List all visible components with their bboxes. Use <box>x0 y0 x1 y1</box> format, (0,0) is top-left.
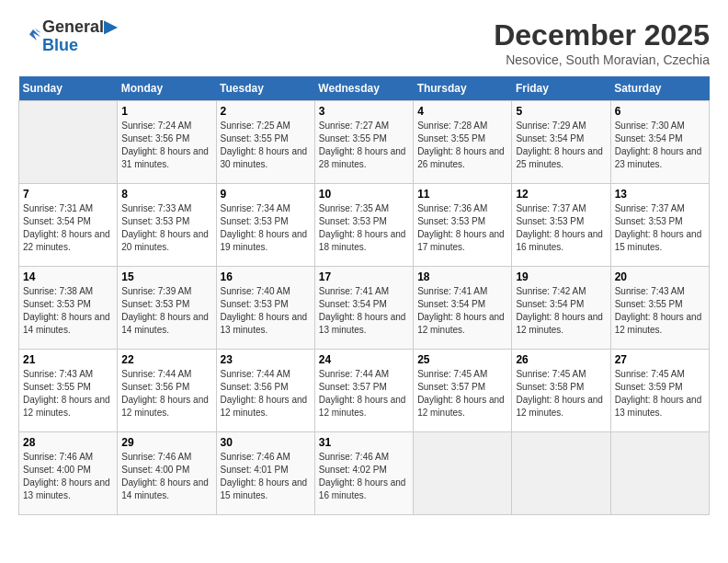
day-info: Sunrise: 7:41 AM Sunset: 3:54 PM Dayligh… <box>417 285 507 337</box>
calendar-cell: 25 Sunrise: 7:45 AM Sunset: 3:57 PM Dayl… <box>414 350 512 432</box>
calendar-cell <box>19 101 118 184</box>
weekday-header-thursday: Thursday <box>414 76 512 101</box>
day-info: Sunrise: 7:25 AM Sunset: 3:55 PM Dayligh… <box>221 120 311 171</box>
day-info: Sunrise: 7:46 AM Sunset: 4:00 PM Dayligh… <box>23 451 113 502</box>
calendar-cell: 27 Sunrise: 7:45 AM Sunset: 3:59 PM Dayl… <box>610 350 709 432</box>
calendar-cell: 5 Sunrise: 7:29 AM Sunset: 3:54 PM Dayli… <box>512 101 610 184</box>
calendar-cell: 11 Sunrise: 7:36 AM Sunset: 3:53 PM Dayl… <box>414 184 512 267</box>
calendar-cell: 19 Sunrise: 7:42 AM Sunset: 3:54 PM Dayl… <box>512 267 610 350</box>
day-number: 11 <box>417 188 507 201</box>
day-info: Sunrise: 7:40 AM Sunset: 3:53 PM Dayligh… <box>221 285 311 337</box>
day-info: Sunrise: 7:46 AM Sunset: 4:00 PM Dayligh… <box>121 451 211 502</box>
calendar-cell: 28 Sunrise: 7:46 AM Sunset: 4:00 PM Dayl… <box>19 432 118 515</box>
day-info: Sunrise: 7:43 AM Sunset: 3:55 PM Dayligh… <box>23 368 113 419</box>
day-info: Sunrise: 7:45 AM Sunset: 3:57 PM Dayligh… <box>417 368 507 419</box>
day-info: Sunrise: 7:34 AM Sunset: 3:53 PM Dayligh… <box>221 202 311 254</box>
weekday-header-sunday: Sunday <box>19 76 118 101</box>
day-number: 2 <box>221 105 311 118</box>
day-number: 19 <box>516 270 606 283</box>
calendar-cell <box>512 432 610 515</box>
logo: General▶ Blue <box>18 18 117 55</box>
calendar-table: SundayMondayTuesdayWednesdayThursdayFrid… <box>18 76 710 515</box>
weekday-header-monday: Monday <box>118 76 216 101</box>
day-number: 4 <box>417 105 507 118</box>
day-info: Sunrise: 7:44 AM Sunset: 3:56 PM Dayligh… <box>221 368 311 419</box>
calendar-cell: 22 Sunrise: 7:44 AM Sunset: 3:56 PM Dayl… <box>118 350 216 432</box>
calendar-cell: 14 Sunrise: 7:38 AM Sunset: 3:53 PM Dayl… <box>19 267 118 350</box>
calendar-cell: 3 Sunrise: 7:27 AM Sunset: 3:55 PM Dayli… <box>314 101 413 184</box>
calendar-cell <box>414 432 512 515</box>
calendar-week-row: 7 Sunrise: 7:31 AM Sunset: 3:54 PM Dayli… <box>19 184 710 267</box>
weekday-header-wednesday: Wednesday <box>314 76 413 101</box>
page-header: General▶ Blue December 2025 Nesovice, So… <box>18 18 710 67</box>
day-info: Sunrise: 7:28 AM Sunset: 3:55 PM Dayligh… <box>417 120 507 171</box>
calendar-cell: 13 Sunrise: 7:37 AM Sunset: 3:53 PM Dayl… <box>610 184 709 267</box>
calendar-cell: 2 Sunrise: 7:25 AM Sunset: 3:55 PM Dayli… <box>216 101 314 184</box>
calendar-cell: 18 Sunrise: 7:41 AM Sunset: 3:54 PM Dayl… <box>414 267 512 350</box>
day-number: 10 <box>319 188 409 201</box>
day-info: Sunrise: 7:43 AM Sunset: 3:55 PM Dayligh… <box>615 285 705 337</box>
location: Nesovice, South Moravian, Czechia <box>494 52 710 67</box>
day-number: 29 <box>121 436 211 449</box>
weekday-header-tuesday: Tuesday <box>216 76 314 101</box>
day-info: Sunrise: 7:31 AM Sunset: 3:54 PM Dayligh… <box>23 202 113 254</box>
day-number: 3 <box>319 105 409 118</box>
day-number: 5 <box>516 105 606 118</box>
calendar-week-row: 1 Sunrise: 7:24 AM Sunset: 3:56 PM Dayli… <box>19 101 710 184</box>
calendar-cell: 24 Sunrise: 7:44 AM Sunset: 3:57 PM Dayl… <box>314 350 413 432</box>
day-number: 21 <box>23 353 113 366</box>
calendar-cell: 7 Sunrise: 7:31 AM Sunset: 3:54 PM Dayli… <box>19 184 118 267</box>
day-info: Sunrise: 7:42 AM Sunset: 3:54 PM Dayligh… <box>516 285 606 337</box>
calendar-cell: 26 Sunrise: 7:45 AM Sunset: 3:58 PM Dayl… <box>512 350 610 432</box>
calendar-cell: 8 Sunrise: 7:33 AM Sunset: 3:53 PM Dayli… <box>118 184 216 267</box>
day-info: Sunrise: 7:41 AM Sunset: 3:54 PM Dayligh… <box>319 285 409 337</box>
calendar-cell: 31 Sunrise: 7:46 AM Sunset: 4:02 PM Dayl… <box>314 432 413 515</box>
day-info: Sunrise: 7:44 AM Sunset: 3:57 PM Dayligh… <box>319 368 409 419</box>
calendar-cell: 21 Sunrise: 7:43 AM Sunset: 3:55 PM Dayl… <box>19 350 118 432</box>
calendar-cell: 23 Sunrise: 7:44 AM Sunset: 3:56 PM Dayl… <box>216 350 314 432</box>
day-number: 31 <box>319 436 409 449</box>
calendar-cell: 1 Sunrise: 7:24 AM Sunset: 3:56 PM Dayli… <box>118 101 216 184</box>
logo-icon <box>18 26 40 48</box>
day-number: 28 <box>23 436 113 449</box>
calendar-week-row: 14 Sunrise: 7:38 AM Sunset: 3:53 PM Dayl… <box>19 267 710 350</box>
day-info: Sunrise: 7:38 AM Sunset: 3:53 PM Dayligh… <box>23 285 113 337</box>
day-number: 24 <box>319 353 409 366</box>
day-info: Sunrise: 7:33 AM Sunset: 3:53 PM Dayligh… <box>121 202 211 254</box>
day-number: 16 <box>221 270 311 283</box>
day-number: 15 <box>121 270 211 283</box>
day-number: 22 <box>121 353 211 366</box>
day-info: Sunrise: 7:35 AM Sunset: 3:53 PM Dayligh… <box>319 202 409 254</box>
day-number: 25 <box>417 353 507 366</box>
day-info: Sunrise: 7:27 AM Sunset: 3:55 PM Dayligh… <box>319 120 409 171</box>
logo-text: General▶ Blue <box>42 18 117 55</box>
day-number: 7 <box>23 188 113 201</box>
day-number: 12 <box>516 188 606 201</box>
day-number: 17 <box>319 270 409 283</box>
weekday-header-saturday: Saturday <box>610 76 709 101</box>
calendar-cell: 20 Sunrise: 7:43 AM Sunset: 3:55 PM Dayl… <box>610 267 709 350</box>
day-number: 27 <box>615 353 705 366</box>
day-info: Sunrise: 7:45 AM Sunset: 3:58 PM Dayligh… <box>516 368 606 419</box>
day-number: 8 <box>121 188 211 201</box>
day-number: 30 <box>221 436 311 449</box>
calendar-cell: 12 Sunrise: 7:37 AM Sunset: 3:53 PM Dayl… <box>512 184 610 267</box>
day-info: Sunrise: 7:39 AM Sunset: 3:53 PM Dayligh… <box>121 285 211 337</box>
day-number: 9 <box>221 188 311 201</box>
calendar-cell: 4 Sunrise: 7:28 AM Sunset: 3:55 PM Dayli… <box>414 101 512 184</box>
day-info: Sunrise: 7:44 AM Sunset: 3:56 PM Dayligh… <box>121 368 211 419</box>
calendar-cell: 30 Sunrise: 7:46 AM Sunset: 4:01 PM Dayl… <box>216 432 314 515</box>
month-title: December 2025 <box>494 18 710 52</box>
weekday-header-row: SundayMondayTuesdayWednesdayThursdayFrid… <box>19 76 710 101</box>
day-number: 20 <box>615 270 705 283</box>
day-info: Sunrise: 7:36 AM Sunset: 3:53 PM Dayligh… <box>417 202 507 254</box>
title-block: December 2025 Nesovice, South Moravian, … <box>494 18 710 67</box>
day-info: Sunrise: 7:45 AM Sunset: 3:59 PM Dayligh… <box>615 368 705 419</box>
day-info: Sunrise: 7:24 AM Sunset: 3:56 PM Dayligh… <box>121 120 211 171</box>
day-info: Sunrise: 7:30 AM Sunset: 3:54 PM Dayligh… <box>615 120 705 171</box>
calendar-cell: 29 Sunrise: 7:46 AM Sunset: 4:00 PM Dayl… <box>118 432 216 515</box>
day-info: Sunrise: 7:46 AM Sunset: 4:01 PM Dayligh… <box>221 451 311 502</box>
weekday-header-friday: Friday <box>512 76 610 101</box>
day-info: Sunrise: 7:37 AM Sunset: 3:53 PM Dayligh… <box>516 202 606 254</box>
calendar-cell: 15 Sunrise: 7:39 AM Sunset: 3:53 PM Dayl… <box>118 267 216 350</box>
